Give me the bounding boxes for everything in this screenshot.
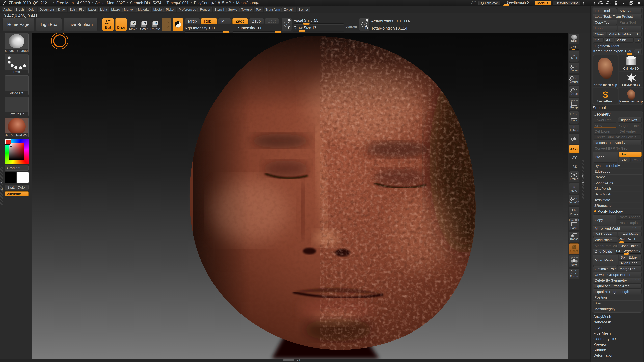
karen-mesh-thumbnail[interactable]: Karen-mesh-exp <box>618 88 644 104</box>
del-hidden-button[interactable]: Del Hidden <box>593 232 617 237</box>
reconstruct-subdiv-button[interactable]: Reconstruct Subdiv <box>593 140 642 145</box>
rotate-y-button[interactable]: ↺Y <box>569 154 580 162</box>
suv-button[interactable]: Suv <box>619 157 630 162</box>
crease-section[interactable]: Crease <box>593 174 642 180</box>
mesh-integrity-section[interactable]: MeshIntegrity <box>593 306 642 311</box>
local-symmetry-button[interactable]: ←‖→L.Sym <box>569 125 580 132</box>
gd-segments-handle[interactable] <box>624 253 629 255</box>
document-canvas[interactable] <box>32 33 568 359</box>
persp-button[interactable]: DynamicPersp <box>569 98 580 110</box>
xpose-button[interactable]: ↖ ↗↙ ↘Xpose <box>569 269 580 279</box>
current-tool-thumbnail[interactable]: Karen-mesh-exp <box>593 55 618 87</box>
scroll-arrows[interactable]: ▲▼ <box>296 359 301 361</box>
grid-divide-button[interactable]: Grid Divide <box>593 249 615 254</box>
left-tray-divider-grip[interactable]: ▶◀ <box>0 167 3 205</box>
bpr-render-button[interactable]: BPR <box>569 33 580 44</box>
menu-item-edit[interactable]: Edit <box>68 7 77 12</box>
main-color-swatch[interactable] <box>5 172 16 183</box>
copy-button[interactable]: Copy <box>593 214 616 225</box>
rotate-xyz-button[interactable]: ↺XYZ <box>569 145 580 153</box>
export-button[interactable]: Export <box>618 26 642 31</box>
welddist-handle[interactable] <box>619 241 624 243</box>
paste-tool-button[interactable]: Paste Tool <box>618 20 642 25</box>
reuv-button[interactable]: ReUV <box>630 157 642 162</box>
unweld-groups-border-button[interactable]: Unweld Groups Border <box>593 272 642 277</box>
zadd-button[interactable]: Zadd <box>232 18 248 24</box>
current-material-thumbnail[interactable]: MatCap Red Wax <box>5 118 28 137</box>
aahalf-button[interactable]: ▪AAHalf <box>569 86 580 97</box>
color-selector-handle[interactable] <box>10 144 12 147</box>
zsub-button[interactable]: Zsub <box>249 18 264 24</box>
zoom3d-button[interactable]: ▫Zoom3D <box>569 195 580 205</box>
menu-item-alpha[interactable]: Alpha <box>2 7 13 12</box>
menu-item-draw[interactable]: Draw <box>56 7 67 12</box>
focal-shift-slider[interactable] <box>294 23 344 24</box>
sdiv-slider[interactable]: SDiv <box>593 123 617 128</box>
import-button[interactable]: Import <box>593 26 617 31</box>
dock-right-icon[interactable] <box>606 1 611 5</box>
menu-item-document[interactable]: Document <box>38 7 56 12</box>
minimize-interface-icon[interactable] <box>621 1 626 5</box>
rgb-intensity-slider[interactable] <box>185 31 230 32</box>
scroll-button[interactable]: ↔↕Scroll <box>569 51 580 62</box>
del-lower-button[interactable]: Del Lower <box>593 129 617 134</box>
actual-size-button[interactable]: ×1Actual <box>569 74 580 85</box>
tool-r-button[interactable]: R <box>634 49 642 54</box>
weldpoints-button[interactable]: WeldPoints <box>593 237 618 243</box>
menu-item-file[interactable]: File <box>77 7 86 12</box>
menu-item-light[interactable]: Light <box>98 7 109 12</box>
menu-item-layer[interactable]: Layer <box>86 7 98 12</box>
geometry-section-header[interactable]: Geometry <box>593 112 642 117</box>
right-panel-divider-grip[interactable]: ▶◀ <box>582 160 584 199</box>
active-tool-track[interactable] <box>593 54 633 54</box>
higher-res-button[interactable]: Higher Res <box>618 117 642 122</box>
menu-item-texture[interactable]: Texture <box>240 7 253 12</box>
see-through-slider[interactable]: See-through 0 <box>502 0 533 6</box>
floor-button[interactable]: X Y Z↓Floor <box>569 111 580 124</box>
draw-size-handle[interactable] <box>299 30 305 32</box>
menu-item-marker[interactable]: Marker <box>122 7 136 12</box>
gd-segments-track[interactable] <box>616 253 641 254</box>
layers-section-header[interactable]: Layers <box>592 325 643 331</box>
frame-button[interactable]: Frame <box>569 171 580 182</box>
convert-bpr-button[interactable]: Convert BPR To Geo <box>593 146 642 151</box>
zcut-button[interactable]: Zcut <box>265 18 279 24</box>
mesh-from-brush-button[interactable]: MeshFromBrush <box>593 243 617 248</box>
menu-item-stencil[interactable]: Stencil <box>213 7 226 12</box>
current-stroke-thumbnail[interactable]: Dots <box>5 54 28 74</box>
equalize-surface-area-button[interactable]: Equalize Surface Area <box>593 283 642 289</box>
lock-icon[interactable] <box>613 1 619 5</box>
lightbox-button[interactable]: LightBox <box>36 18 62 31</box>
spix-slider[interactable]: SPix 3 <box>569 45 580 50</box>
current-brush-swatch[interactable] <box>162 18 171 31</box>
menu-item-tool[interactable]: Tool <box>254 7 263 12</box>
store-camera-button[interactable] <box>569 133 580 144</box>
dynamesh-section[interactable]: DynaMesh <box>593 192 642 197</box>
horizontal-scroll-handle[interactable] <box>284 359 294 362</box>
lightbox-tools-breadcrumb[interactable]: Lightbox▶Tools <box>593 43 642 48</box>
polymesh3d-thumbnail[interactable]: PolyMesh3D <box>618 71 644 87</box>
menus-button[interactable]: Menus <box>535 1 551 5</box>
spix-track[interactable] <box>569 49 579 50</box>
del-higher-button[interactable]: Del Higher <box>618 129 642 134</box>
paste-append-button[interactable]: Paste Append <box>617 214 642 220</box>
z-intensity-handle[interactable] <box>275 31 281 33</box>
ghost-button[interactable]: Ghost <box>569 243 580 254</box>
menu-item-preferences[interactable]: Preferences <box>177 7 198 12</box>
zremesher-section[interactable]: ZRemesher <box>593 203 642 208</box>
make-polymesh3d-button[interactable]: Make PolyMesh3D <box>606 31 642 37</box>
rgb-button[interactable]: Rgb <box>201 18 217 24</box>
polyframe-button[interactable]: Line FillPolyF <box>569 218 580 231</box>
clone-button[interactable]: Clone <box>593 31 606 37</box>
draw-mode-button[interactable]: Draw <box>116 18 127 31</box>
divider-right-icon[interactable] <box>590 1 596 5</box>
gradient-label[interactable]: Gradient <box>5 165 28 171</box>
menu-item-movie[interactable]: Movie <box>152 7 164 12</box>
smt-button[interactable]: Smt <box>619 151 642 157</box>
save-as-button[interactable]: Save As <box>618 8 642 13</box>
home-page-button[interactable]: Home Page <box>2 18 34 31</box>
menu-item-transform[interactable]: Transform <box>264 7 282 12</box>
color-picker[interactable] <box>5 139 28 164</box>
rstr-button[interactable]: Rstr <box>630 123 642 128</box>
active-tool-handle[interactable] <box>627 53 632 55</box>
